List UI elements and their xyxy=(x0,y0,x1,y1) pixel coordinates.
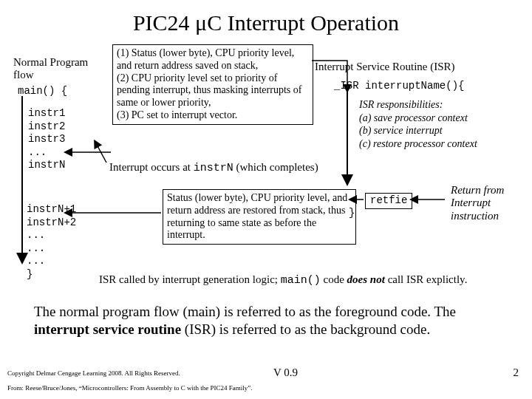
occurs-pre: Interrupt occurs at xyxy=(109,161,194,173)
box1-line3: (3) PC set to interrupt vector. xyxy=(117,109,237,120)
bottomline-post: call ISR explictly. xyxy=(385,273,468,285)
arrow-retfie-to-box2 xyxy=(350,195,366,208)
box-save-context: (1) Status (lower byte), CPU priority le… xyxy=(112,44,313,125)
arrow-isr-flow-down xyxy=(343,90,353,189)
bottomline-mid: code xyxy=(321,273,347,285)
arrow-box2-to-main xyxy=(65,205,164,223)
arrow-occurs-to-box1 xyxy=(93,140,111,168)
label-isr-called-by-logic: ISR called by interrupt generation logic… xyxy=(99,273,467,287)
box1-line1: (1) Status (lower byte), CPU priority le… xyxy=(117,47,294,71)
occurs-post: (which completes) xyxy=(233,161,318,173)
bottomline-pre: ISR called by interrupt generation logic… xyxy=(99,273,281,285)
svg-line-2 xyxy=(96,143,106,163)
bottomline-em: does not xyxy=(347,273,385,285)
paragraph-summary: The normal program flow (main) is referr… xyxy=(34,303,492,338)
code-instr-list-1: instr1 instr2 instr3 ... instrN xyxy=(28,107,65,172)
para-p2: (ISR) is referred to as the background c… xyxy=(181,321,430,337)
version-label: V 0.9 xyxy=(273,366,298,379)
copyright-label: Copyright Delmar Cengage Learning 2008. … xyxy=(7,369,180,377)
label-normal-flow: Normal Program flow xyxy=(13,56,109,82)
isrresp-a: (a) save processor context xyxy=(359,112,468,123)
bottomline-mono: main() xyxy=(281,274,321,287)
occurs-instr: instrN xyxy=(194,162,233,174)
para-p1: The normal program flow (main) is referr… xyxy=(34,304,456,319)
box-restore-context: Status (lower byte), CPU priority level,… xyxy=(163,189,356,245)
slide-number: 2 xyxy=(514,366,519,379)
label-return-from-interrupt: Return from Interrupt instruction xyxy=(451,184,532,222)
slide-title: PIC24 μC Interrupt Operation xyxy=(0,10,532,35)
arrow-return-to-retfie xyxy=(411,195,448,208)
code-retfie: retfie xyxy=(365,193,412,209)
box1-line2: (2) CPU priority level set to priority o… xyxy=(117,72,301,109)
label-isr-responsibilities: ISR responsibilities: (a) save processor… xyxy=(359,98,529,150)
isrresp-c: (c) restore processor context xyxy=(359,138,477,149)
para-b1: interrupt service routine xyxy=(34,321,181,337)
label-interrupt-occurs: Interrupt occurs at instrN (which comple… xyxy=(109,161,318,174)
source-label: From: Reese/Bruce/Jones, “Microcontrolle… xyxy=(7,384,252,392)
arrow-main-flow-down xyxy=(18,96,28,267)
isrresp-b: (b) service interrupt xyxy=(359,125,443,136)
isrresp-head: ISR responsibilities: xyxy=(359,99,443,110)
